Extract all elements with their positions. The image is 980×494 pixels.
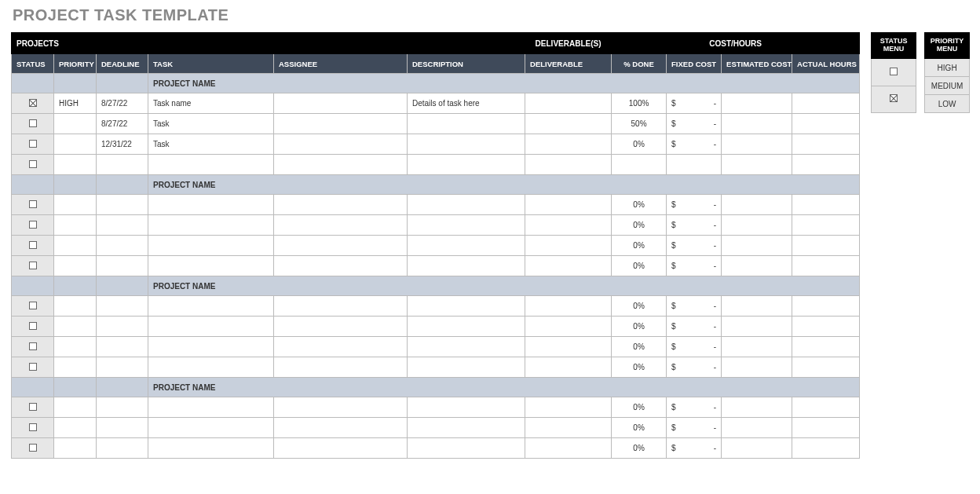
cell-task[interactable] — [148, 215, 274, 236]
cell-priority[interactable] — [54, 418, 97, 438]
cell-status[interactable] — [12, 236, 54, 256]
cell-status[interactable] — [12, 418, 54, 438]
cell-priority[interactable] — [54, 317, 97, 337]
cell-fixed-cost[interactable]: $- — [667, 337, 722, 357]
cell-status[interactable] — [12, 114, 54, 134]
cell-done[interactable] — [612, 155, 667, 175]
cell-fixed-cost[interactable]: $- — [667, 438, 722, 459]
cell-deadline[interactable] — [97, 215, 148, 236]
cell-description[interactable] — [408, 418, 525, 438]
cell-actual-hours[interactable] — [792, 337, 860, 357]
cell-est-cost[interactable] — [722, 357, 792, 378]
cell-description[interactable] — [408, 236, 525, 256]
cell-deliverable[interactable] — [525, 317, 612, 337]
cell-done[interactable]: 50% — [612, 114, 667, 134]
cell-deliverable[interactable] — [525, 93, 612, 114]
cell-actual-hours[interactable] — [792, 397, 860, 418]
cell-priority[interactable] — [54, 195, 97, 215]
cell-fixed-cost[interactable]: $- — [667, 114, 722, 134]
cell-description[interactable]: Details of task here — [408, 93, 525, 114]
cell-deliverable[interactable] — [525, 215, 612, 236]
cell-actual-hours[interactable] — [792, 296, 860, 317]
checkbox-icon[interactable] — [29, 444, 37, 452]
cell-status[interactable] — [12, 317, 54, 337]
cell-assignee[interactable] — [274, 236, 408, 256]
cell-done[interactable]: 0% — [612, 418, 667, 438]
cell-done[interactable]: 0% — [612, 195, 667, 215]
cell-assignee[interactable] — [274, 134, 408, 155]
cell-deliverable[interactable] — [525, 418, 612, 438]
cell-priority[interactable] — [54, 114, 97, 134]
cell-deadline[interactable] — [97, 397, 148, 418]
cell-deliverable[interactable] — [525, 134, 612, 155]
cell-done[interactable]: 0% — [612, 215, 667, 236]
cell-deadline[interactable] — [97, 357, 148, 378]
priority-menu-item[interactable]: LOW — [925, 95, 970, 113]
cell-deliverable[interactable] — [525, 236, 612, 256]
cell-actual-hours[interactable] — [792, 215, 860, 236]
cell-task[interactable]: Task — [148, 114, 274, 134]
cell-actual-hours[interactable] — [792, 418, 860, 438]
cell-deadline[interactable] — [97, 317, 148, 337]
cell-done[interactable]: 0% — [612, 357, 667, 378]
cell-deadline[interactable] — [97, 155, 148, 175]
checkbox-icon[interactable] — [29, 423, 37, 431]
cell-description[interactable] — [408, 357, 525, 378]
cell-deliverable[interactable] — [525, 438, 612, 459]
cell-status[interactable] — [12, 134, 54, 155]
cell-priority[interactable] — [54, 438, 97, 459]
cell-done[interactable]: 0% — [612, 397, 667, 418]
priority-menu-item[interactable]: HIGH — [925, 59, 970, 77]
cell-status[interactable] — [12, 195, 54, 215]
checkbox-icon[interactable] — [29, 241, 37, 249]
cell-assignee[interactable] — [274, 114, 408, 134]
cell-fixed-cost[interactable]: $- — [667, 236, 722, 256]
cell-assignee[interactable] — [274, 215, 408, 236]
cell-assignee[interactable] — [274, 397, 408, 418]
checkbox-icon[interactable] — [29, 99, 37, 107]
cell-description[interactable] — [408, 155, 525, 175]
cell-description[interactable] — [408, 256, 525, 276]
cell-est-cost[interactable] — [722, 296, 792, 317]
cell-done[interactable]: 0% — [612, 236, 667, 256]
cell-priority[interactable] — [54, 215, 97, 236]
cell-task[interactable] — [148, 438, 274, 459]
cell-task[interactable] — [148, 256, 274, 276]
cell-actual-hours[interactable] — [792, 357, 860, 378]
cell-status[interactable] — [12, 337, 54, 357]
checkbox-icon[interactable] — [29, 363, 37, 371]
checkbox-icon[interactable] — [29, 200, 37, 208]
checkbox-icon[interactable] — [29, 119, 37, 127]
checkbox-icon[interactable] — [29, 322, 37, 330]
cell-task[interactable]: Task name — [148, 93, 274, 114]
cell-done[interactable]: 0% — [612, 134, 667, 155]
cell-status[interactable] — [12, 155, 54, 175]
cell-actual-hours[interactable] — [792, 317, 860, 337]
cell-deadline[interactable] — [97, 195, 148, 215]
cell-priority[interactable] — [54, 357, 97, 378]
cell-task[interactable] — [148, 195, 274, 215]
cell-assignee[interactable] — [274, 357, 408, 378]
checkbox-icon[interactable] — [29, 342, 37, 350]
cell-est-cost[interactable] — [722, 256, 792, 276]
cell-deadline[interactable] — [97, 438, 148, 459]
cell-fixed-cost[interactable]: $- — [667, 397, 722, 418]
cell-priority[interactable] — [54, 397, 97, 418]
cell-task[interactable] — [148, 397, 274, 418]
cell-assignee[interactable] — [274, 418, 408, 438]
cell-task[interactable] — [148, 236, 274, 256]
cell-deliverable[interactable] — [525, 337, 612, 357]
section-title[interactable]: PROJECT NAME — [148, 175, 860, 195]
cell-est-cost[interactable] — [722, 236, 792, 256]
priority-menu-item[interactable]: MEDIUM — [925, 77, 970, 95]
cell-est-cost[interactable] — [722, 195, 792, 215]
checkbox-icon[interactable] — [29, 221, 37, 229]
cell-assignee[interactable] — [274, 317, 408, 337]
cell-deadline[interactable] — [97, 256, 148, 276]
cell-status[interactable] — [12, 256, 54, 276]
cell-actual-hours[interactable] — [792, 155, 860, 175]
cell-priority[interactable] — [54, 296, 97, 317]
cell-priority[interactable] — [54, 134, 97, 155]
cell-priority[interactable] — [54, 337, 97, 357]
cell-fixed-cost[interactable]: $- — [667, 357, 722, 378]
